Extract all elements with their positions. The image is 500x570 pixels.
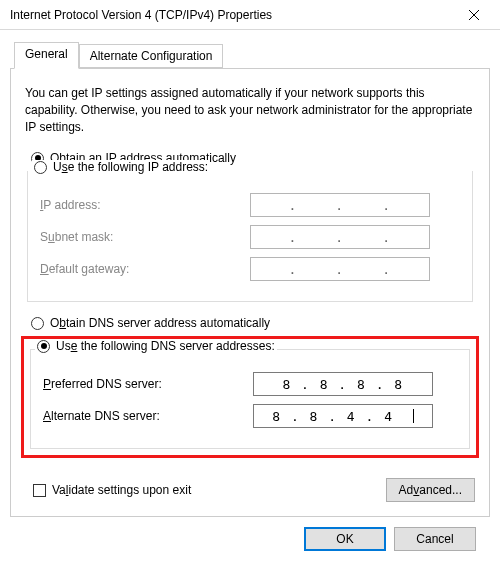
advanced-button[interactable]: Advanced...	[386, 478, 475, 502]
preferred-dns-input[interactable]: 8 . 8 . 8 . 8	[253, 372, 433, 396]
radio-icon	[34, 161, 47, 174]
cancel-button[interactable]: Cancel	[394, 527, 476, 551]
text-caret	[413, 409, 414, 423]
radio-ip-manual[interactable]: Use the following IP address:	[32, 160, 210, 174]
checkbox-icon	[33, 484, 46, 497]
alternate-dns-label: Alternate DNS server:	[43, 409, 253, 423]
dialog-body: General Alternate Configuration You can …	[0, 30, 500, 570]
close-button[interactable]	[456, 1, 492, 29]
alternate-dns-row: Alternate DNS server: 8 . 8 . 4 . 4	[43, 404, 457, 428]
default-gateway-label: Default gateway:	[40, 262, 250, 276]
intro-text: You can get IP settings assigned automat…	[25, 85, 475, 135]
bottom-row: Validate settings upon exit Advanced...	[25, 478, 475, 502]
tab-panel-general: You can get IP settings assigned automat…	[10, 68, 490, 517]
radio-label: Use the following DNS server addresses:	[56, 339, 275, 353]
close-icon	[469, 10, 479, 20]
tab-alternate-configuration[interactable]: Alternate Configuration	[79, 44, 224, 68]
radio-dns-manual[interactable]: Use the following DNS server addresses:	[35, 339, 277, 353]
dialog-buttons: OK Cancel	[10, 517, 490, 563]
preferred-dns-row: Preferred DNS server: 8 . 8 . 8 . 8	[43, 372, 457, 396]
radio-label: Obtain DNS server address automatically	[50, 316, 270, 330]
dns-highlight: Use the following DNS server addresses: …	[21, 336, 479, 458]
validate-checkbox-row[interactable]: Validate settings upon exit	[33, 483, 386, 497]
alternate-dns-input[interactable]: 8 . 8 . 4 . 4	[253, 404, 433, 428]
ip-address-input: ...	[250, 193, 430, 217]
radio-icon	[37, 340, 50, 353]
dns-manual-group: Use the following DNS server addresses: …	[30, 349, 470, 449]
validate-label: Validate settings upon exit	[52, 483, 191, 497]
ok-button[interactable]: OK	[304, 527, 386, 551]
alternate-dns-value: 8 . 8 . 4 . 4	[272, 409, 393, 424]
radio-dns-auto[interactable]: Obtain DNS server address automatically	[31, 316, 475, 330]
ip-address-row: IP address: ...	[40, 193, 460, 217]
radio-icon	[31, 317, 44, 330]
window-title: Internet Protocol Version 4 (TCP/IPv4) P…	[10, 8, 456, 22]
titlebar: Internet Protocol Version 4 (TCP/IPv4) P…	[0, 0, 500, 30]
subnet-mask-label: Subnet mask:	[40, 230, 250, 244]
radio-label: Use the following IP address:	[53, 160, 208, 174]
subnet-mask-row: Subnet mask: ...	[40, 225, 460, 249]
tab-general[interactable]: General	[14, 42, 79, 69]
ip-address-label: IP address:	[40, 198, 250, 212]
ip-manual-group: Use the following IP address: IP address…	[27, 171, 473, 302]
default-gateway-row: Default gateway: ...	[40, 257, 460, 281]
preferred-dns-label: Preferred DNS server:	[43, 377, 253, 391]
tab-strip: General Alternate Configuration	[14, 42, 490, 68]
default-gateway-input: ...	[250, 257, 430, 281]
subnet-mask-input: ...	[250, 225, 430, 249]
